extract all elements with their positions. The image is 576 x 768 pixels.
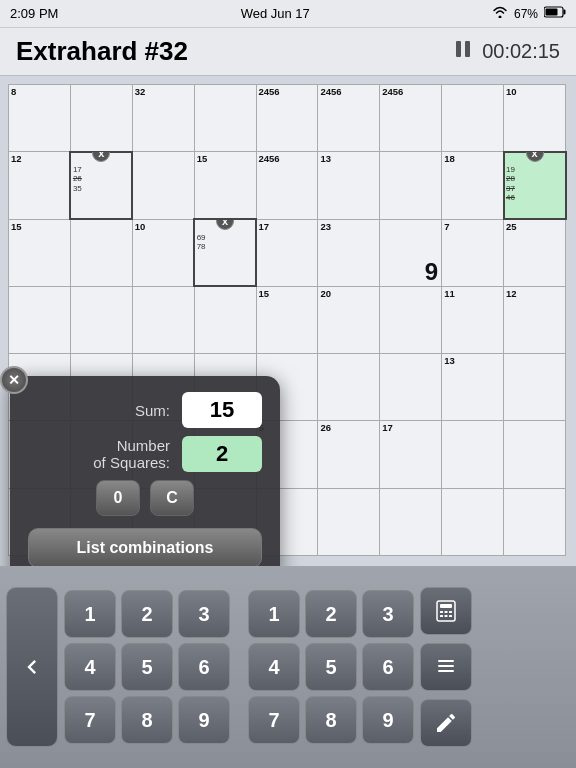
x-badge-right: x bbox=[526, 152, 544, 163]
key-4[interactable]: 4 bbox=[64, 643, 116, 691]
sum-row: Sum: 15 bbox=[28, 392, 262, 428]
svg-rect-13 bbox=[438, 660, 454, 662]
table-row: 15 10 x 6978 17 23 9 7 25 bbox=[9, 219, 566, 286]
cell-r3c4: 15 bbox=[256, 286, 318, 353]
cell-r1c0: 12 bbox=[9, 152, 71, 219]
key-r2[interactable]: 2 bbox=[305, 590, 357, 638]
squares-row: Number of Squares: 2 bbox=[28, 436, 262, 472]
key-r4[interactable]: 4 bbox=[248, 643, 300, 691]
cell-r2c0: 15 bbox=[9, 219, 71, 286]
cell-r0c8: 10 bbox=[504, 85, 566, 152]
status-time: 2:09 PM bbox=[10, 6, 58, 21]
back-arrow-button[interactable] bbox=[6, 587, 58, 747]
key-8[interactable]: 8 bbox=[121, 696, 173, 744]
key-r9[interactable]: 9 bbox=[362, 696, 414, 744]
cell-r0c1 bbox=[70, 85, 132, 152]
sum-value: 15 bbox=[182, 392, 262, 428]
cell-r1c8-cage: x 19283746 bbox=[504, 152, 566, 219]
key-2[interactable]: 2 bbox=[121, 590, 173, 638]
popup-buttons: 0 C bbox=[28, 480, 262, 516]
squares-value: 2 bbox=[182, 436, 262, 472]
clear-button[interactable]: C bbox=[150, 480, 194, 516]
edit-button[interactable] bbox=[420, 699, 472, 747]
list-combinations-button[interactable]: List combinations bbox=[28, 528, 262, 566]
key-r1[interactable]: 1 bbox=[248, 590, 300, 638]
cell-r2c5: 23 bbox=[318, 219, 380, 286]
cell-r2c2: 10 bbox=[132, 219, 194, 286]
cell-r0c2: 32 bbox=[132, 85, 194, 152]
key-9[interactable]: 9 bbox=[178, 696, 230, 744]
cell-r3c1 bbox=[70, 286, 132, 353]
cell-r3c2 bbox=[132, 286, 194, 353]
cell-r0c4: 2456 bbox=[256, 85, 318, 152]
key-r8[interactable]: 8 bbox=[305, 696, 357, 744]
svg-rect-3 bbox=[456, 41, 461, 57]
cell-r5c5: 26 bbox=[318, 421, 380, 488]
svg-rect-11 bbox=[445, 615, 448, 617]
key-1[interactable]: 1 bbox=[64, 590, 116, 638]
combo-popup: ✕ Sum: 15 Number of Squares: 2 0 C List … bbox=[10, 376, 280, 566]
cell-r6c8 bbox=[504, 488, 566, 555]
table-row: 8 32 2456 2456 2456 10 bbox=[9, 85, 566, 152]
cell-r1c7: 18 bbox=[442, 152, 504, 219]
cell-r3c8: 12 bbox=[504, 286, 566, 353]
cell-r1c4: 2456 bbox=[256, 152, 318, 219]
sum-label: Sum: bbox=[28, 402, 170, 419]
battery-icon bbox=[544, 6, 566, 21]
cell-r3c5: 20 bbox=[318, 286, 380, 353]
cell-r2c3-cage: x 6978 bbox=[194, 219, 256, 286]
cell-r3c0 bbox=[9, 286, 71, 353]
key-r7[interactable]: 7 bbox=[248, 696, 300, 744]
key-r6[interactable]: 6 bbox=[362, 643, 414, 691]
wifi-icon bbox=[492, 6, 508, 21]
cell-r2c4: 17 bbox=[256, 219, 318, 286]
status-day: Wed Jun 17 bbox=[241, 6, 310, 21]
cell-r2c8: 25 bbox=[504, 219, 566, 286]
cell-r3c7: 11 bbox=[442, 286, 504, 353]
svg-rect-15 bbox=[438, 670, 454, 672]
svg-rect-9 bbox=[449, 611, 452, 613]
x-badge: x bbox=[92, 152, 110, 163]
status-right: 67% bbox=[492, 6, 566, 21]
cell-r2c7: 7 bbox=[442, 219, 504, 286]
cell-r1c1-cage: x 172635 bbox=[70, 152, 132, 219]
cell-r6c6 bbox=[380, 488, 442, 555]
puzzle-title: Extrahard #32 bbox=[16, 36, 188, 67]
table-row: 12 x 172635 15 2456 13 18 x 19283746 bbox=[9, 152, 566, 219]
zero-button[interactable]: 0 bbox=[96, 480, 140, 516]
cell-r1c5: 13 bbox=[318, 152, 380, 219]
cell-r0c5: 2456 bbox=[318, 85, 380, 152]
pause-icon[interactable] bbox=[452, 38, 474, 65]
title-bar: Extrahard #32 00:02:15 bbox=[0, 28, 576, 76]
key-r3[interactable]: 3 bbox=[362, 590, 414, 638]
cell-r6c7 bbox=[442, 488, 504, 555]
timer-section: 00:02:15 bbox=[452, 38, 560, 65]
cell-r2c1 bbox=[70, 219, 132, 286]
cell-r2c6: 9 bbox=[380, 219, 442, 286]
list-button[interactable] bbox=[420, 643, 472, 691]
key-r5[interactable]: 5 bbox=[305, 643, 357, 691]
key-3[interactable]: 3 bbox=[178, 590, 230, 638]
cell-r4c5 bbox=[318, 354, 380, 421]
cell-r0c0: 8 bbox=[9, 85, 71, 152]
cell-r1c6 bbox=[380, 152, 442, 219]
calculator-button[interactable] bbox=[420, 587, 472, 635]
cell-r1c3: 15 bbox=[194, 152, 256, 219]
svg-rect-1 bbox=[564, 10, 566, 15]
puzzle-area: 8 32 2456 2456 2456 10 12 x 172635 15 24… bbox=[0, 76, 576, 566]
svg-rect-4 bbox=[465, 41, 470, 57]
cell-r6c5 bbox=[318, 488, 380, 555]
svg-rect-2 bbox=[546, 9, 558, 16]
x-badge-mid: x bbox=[216, 219, 234, 230]
key-6[interactable]: 6 bbox=[178, 643, 230, 691]
cell-r0c3 bbox=[194, 85, 256, 152]
key-5[interactable]: 5 bbox=[121, 643, 173, 691]
close-popup-button[interactable]: ✕ bbox=[0, 366, 28, 394]
cell-r0c7 bbox=[442, 85, 504, 152]
cell-r3c3 bbox=[194, 286, 256, 353]
cell-r4c7: 13 bbox=[442, 354, 504, 421]
status-bar: 2:09 PM Wed Jun 17 67% bbox=[0, 0, 576, 28]
key-7[interactable]: 7 bbox=[64, 696, 116, 744]
cell-r4c6 bbox=[380, 354, 442, 421]
timer-display: 00:02:15 bbox=[482, 40, 560, 63]
